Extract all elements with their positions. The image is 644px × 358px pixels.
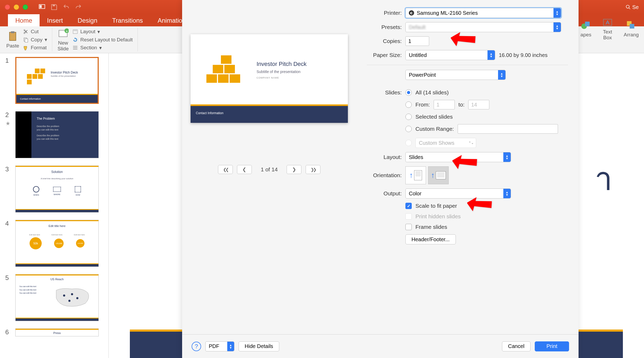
svg-point-3	[626, 5, 629, 8]
frame-slides-checkbox[interactable]	[405, 224, 412, 230]
arrange-button[interactable]: Arrang	[621, 19, 641, 39]
print-hidden-checkbox	[405, 213, 412, 220]
svg-rect-20	[585, 22, 590, 26]
svg-point-25	[63, 294, 65, 297]
reset-layout-button[interactable]: Reset Layout to Default	[71, 36, 134, 43]
scale-to-fit-checkbox[interactable]	[405, 203, 412, 209]
slide-thumbnail-panel[interactable]: 1 Investor Pitch Deck Subtitle of the pr…	[0, 53, 109, 358]
redo-icon[interactable]	[75, 4, 82, 11]
new-slide-button[interactable]: + New Slide	[55, 27, 71, 53]
svg-rect-2	[53, 4, 55, 6]
tab-home[interactable]: Home	[8, 14, 40, 26]
tab-transitions[interactable]: Transitions	[105, 14, 150, 26]
slides-to-input[interactable]	[468, 100, 489, 109]
window-minimize-button[interactable]	[14, 4, 19, 10]
animation-star-icon: ★	[6, 120, 10, 127]
help-button[interactable]: ?	[192, 342, 201, 351]
thumbnail-number: 4	[5, 220, 11, 267]
thumbnail-slide-5[interactable]: US Reach You can edit this text You can …	[15, 274, 99, 321]
slides-from-input[interactable]	[434, 100, 455, 109]
thumbnail-slide-1[interactable]: Investor Pitch Deck Subtitle of the pres…	[15, 57, 99, 104]
output-select[interactable]: Color	[405, 188, 511, 199]
svg-rect-1	[40, 5, 42, 8]
paper-size-select[interactable]: Untitled	[405, 50, 495, 60]
thumbnail-number: 6	[5, 328, 11, 336]
copies-label: Copies:	[356, 38, 405, 44]
svg-rect-24	[630, 24, 634, 29]
svg-point-27	[76, 297, 78, 299]
svg-point-26	[71, 293, 73, 295]
slides-all-radio[interactable]	[405, 89, 412, 96]
paper-size-label: Paper Size:	[356, 52, 405, 58]
paste-button[interactable]: Paste	[4, 30, 22, 50]
orientation-label: Orientation:	[356, 172, 405, 178]
cut-button[interactable]: Cut	[22, 28, 48, 35]
search-box[interactable]: Se	[626, 4, 639, 10]
thumbnail-slide-6[interactable]: Press	[15, 328, 99, 336]
print-button[interactable]: Print	[535, 341, 569, 351]
thumbnail-slide-3[interactable]: Solution A brief line describing your so…	[15, 166, 99, 212]
orientation-portrait-button[interactable]: ↑	[405, 166, 426, 184]
window-close-button[interactable]	[5, 4, 10, 10]
presenter-view-icon[interactable]	[39, 4, 45, 11]
svg-text:A: A	[606, 19, 609, 25]
format-painter-button[interactable]: Format	[22, 44, 48, 51]
tab-design[interactable]: Design	[70, 14, 105, 26]
print-dialog-footer: ? PDF Hide Details Cancel Print	[182, 334, 579, 358]
pdf-dropdown[interactable]: PDF	[205, 341, 234, 351]
section-button[interactable]: Section ▾	[71, 44, 134, 51]
printer-label: Printer:	[356, 10, 405, 16]
app-options-select[interactable]: PowerPoint	[405, 70, 506, 80]
thumbnail-slide-2[interactable]: The Problem Describe the problem you can…	[15, 111, 99, 158]
svg-marker-30	[452, 153, 478, 171]
preview-first-button[interactable]: ❮❮	[218, 165, 233, 174]
slides-custom-range-radio[interactable]	[405, 126, 412, 132]
svg-line-4	[629, 8, 630, 9]
annotation-arrow-icon	[452, 150, 479, 172]
annotation-arrow-icon	[451, 27, 477, 50]
thumbnail-number: 1	[5, 57, 11, 104]
svg-point-28	[68, 300, 70, 302]
print-preview-slide: Investor Pitch Deck Subtitle of the pres…	[191, 34, 348, 123]
svg-marker-29	[451, 30, 477, 49]
printer-select[interactable]: ◐ Samsung ML-2160 Series	[405, 8, 561, 18]
search-icon	[626, 4, 631, 10]
thumbnail-number: 2	[5, 111, 11, 119]
preview-prev-button[interactable]: ❮	[237, 165, 252, 174]
slides-label: Slides:	[356, 89, 405, 96]
svg-rect-15	[74, 30, 77, 31]
thumbnail-number: 3	[5, 166, 11, 212]
print-dialog: Investor Pitch Deck Subtitle of the pres…	[182, 0, 579, 358]
cancel-button[interactable]: Cancel	[502, 341, 531, 351]
slides-from-radio[interactable]	[405, 101, 412, 108]
header-footer-button[interactable]: Header/Footer...	[405, 234, 456, 244]
custom-shows-select: Custom Shows ⌃⌄	[415, 138, 476, 148]
annotation-arrow-icon	[467, 192, 494, 215]
svg-text:+: +	[65, 29, 68, 33]
svg-rect-10	[25, 39, 28, 42]
slides-custom-shows-radio	[405, 140, 412, 146]
page-indicator: 1 of 14	[261, 166, 278, 173]
copies-input[interactable]	[405, 36, 429, 46]
preview-next-button[interactable]: ❯	[287, 165, 301, 174]
slides-selected-radio[interactable]	[405, 114, 412, 120]
preview-last-button[interactable]: ❯❯	[306, 165, 320, 174]
thumbnail-slide-4[interactable]: Edit title here Edit text here Edit text…	[15, 220, 99, 267]
custom-range-input[interactable]	[458, 124, 558, 134]
orientation-landscape-button[interactable]: ↑	[428, 166, 449, 184]
copy-button[interactable]: Copy ▾	[22, 36, 48, 43]
output-label: Output:	[356, 190, 405, 197]
shapes-button[interactable]: apes	[578, 19, 594, 39]
presets-label: Presets:	[356, 24, 405, 30]
undo-icon[interactable]	[63, 4, 70, 11]
presets-select[interactable]: Default	[405, 22, 561, 32]
paper-size-info: 16.00 by 9.00 inches	[499, 52, 548, 58]
layout-button[interactable]: Layout ▾	[71, 28, 134, 35]
layout-label: Layout:	[356, 154, 405, 160]
text-box-button[interactable]: A Text Box	[599, 16, 616, 42]
svg-rect-5	[10, 32, 16, 41]
save-icon[interactable]	[51, 4, 58, 11]
hide-details-button[interactable]: Hide Details	[239, 341, 279, 351]
window-maximize-button[interactable]	[23, 4, 28, 10]
tab-insert[interactable]: Insert	[40, 14, 70, 26]
